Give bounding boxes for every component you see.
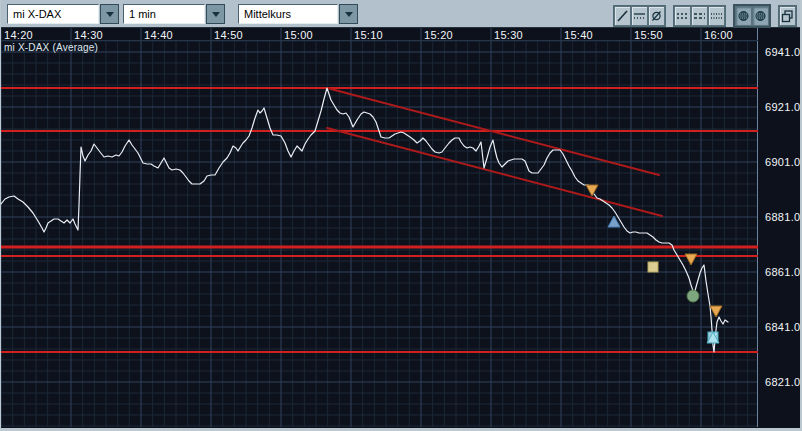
price-tick-label: 6881.0 <box>765 211 800 223</box>
overlapping-squares-icon <box>781 9 794 23</box>
symbol-combobox-value[interactable]: mi X-DAX <box>7 4 99 24</box>
price-type-combobox[interactable]: Mittelkurs <box>238 4 358 24</box>
no-line-tool-button[interactable] <box>648 6 665 26</box>
time-tick-label: 14:20 <box>4 29 33 41</box>
crosshatch-circle-icon <box>754 9 767 23</box>
hatch-circle-1-button[interactable] <box>735 6 752 26</box>
fine-dotted-rows-icon <box>710 9 723 23</box>
chart-area[interactable]: 14:2014:3014:4014:5015:0015:1015:2015:30… <box>1 28 801 427</box>
time-axis: 14:2014:3014:4014:5015:0015:1015:2015:30… <box>1 29 801 41</box>
price-tick-label: 6941.0 <box>765 46 800 58</box>
time-tick-label: 16:00 <box>704 29 733 41</box>
dotted-rows-icon <box>676 9 689 23</box>
instrument-label: mi X-DAX (Average) <box>4 42 98 53</box>
toolbar-group-1 <box>613 5 666 27</box>
toolbar-group-3 <box>733 4 771 28</box>
toolbar-icon-buttons <box>606 4 797 28</box>
price-tick-label: 6861.0 <box>765 266 800 278</box>
price-type-combobox-dropdown-button[interactable] <box>339 4 358 24</box>
chevron-down-icon <box>106 12 114 17</box>
time-tick-label: 14:50 <box>214 29 243 41</box>
plot-svg[interactable] <box>1 28 758 427</box>
marker-circle <box>687 290 699 302</box>
time-tick-label: 14:40 <box>144 29 173 41</box>
time-tick-label: 15:10 <box>354 29 383 41</box>
interval-combobox[interactable]: 1 min <box>123 4 225 24</box>
interval-combobox-dropdown-button[interactable] <box>206 4 225 24</box>
time-tick-label: 14:30 <box>74 29 103 41</box>
price-axis: 6941.06921.06901.06881.06861.06841.06821… <box>759 28 801 427</box>
price-tick-label: 6821.0 <box>765 376 800 388</box>
dash-dot-lines-icon <box>633 9 646 23</box>
price-tick-label: 6901.0 <box>765 156 800 168</box>
symbol-combobox-dropdown-button[interactable] <box>100 4 119 24</box>
time-tick-label: 15:00 <box>284 29 313 41</box>
time-tick-label: 15:40 <box>564 29 593 41</box>
cascade-windows-button[interactable] <box>779 6 796 26</box>
marker-square <box>648 262 658 272</box>
hatch-circle-2-button[interactable] <box>752 6 769 26</box>
line-style-dots-button[interactable] <box>674 6 691 26</box>
chevron-down-icon <box>345 12 353 17</box>
time-tick-label: 15:30 <box>494 29 523 41</box>
trendline-tool-button[interactable] <box>614 6 631 26</box>
interval-combobox-value[interactable]: 1 min <box>123 4 205 24</box>
dash-dot-tool-button[interactable] <box>631 6 648 26</box>
time-tick-label: 15:50 <box>634 29 663 41</box>
toolbar: mi X-DAX 1 min Mittelkurs <box>1 0 800 28</box>
dashed-rows-icon <box>693 9 706 23</box>
toolbar-group-2 <box>673 5 726 27</box>
line-style-dashes-button[interactable] <box>691 6 708 26</box>
price-tick-label: 6921.0 <box>765 101 800 113</box>
toolbar-group-4 <box>778 5 797 27</box>
line-style-fine-button[interactable] <box>708 6 725 26</box>
symbol-combobox[interactable]: mi X-DAX <box>7 4 119 24</box>
time-tick-label: 15:20 <box>424 29 453 41</box>
hatched-circle-icon <box>737 9 750 23</box>
diagonal-line-icon <box>616 9 629 23</box>
price-type-combobox-value[interactable]: Mittelkurs <box>238 4 338 24</box>
chevron-down-icon <box>212 12 220 17</box>
price-tick-label: 6841.0 <box>765 321 800 333</box>
slashed-circle-icon <box>650 9 663 23</box>
chart-application-window: mi X-DAX 1 min Mittelkurs 14:2014:3014:4… <box>0 0 802 431</box>
